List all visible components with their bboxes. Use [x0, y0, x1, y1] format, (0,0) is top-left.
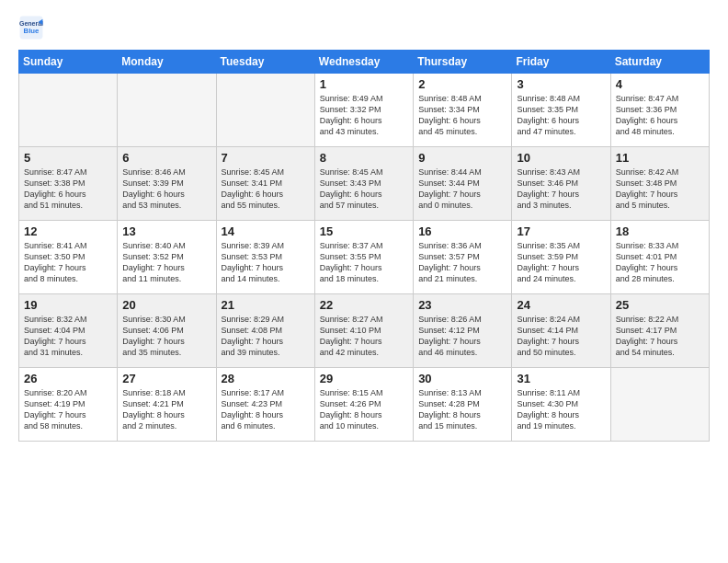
cell-sun-info: Sunrise: 8:40 AM Sunset: 3:52 PM Dayligh… — [122, 240, 210, 285]
calendar-cell: 18Sunrise: 8:33 AM Sunset: 4:01 PM Dayli… — [610, 221, 709, 294]
day-number: 9 — [418, 151, 506, 165]
calendar-cell: 25Sunrise: 8:22 AM Sunset: 4:17 PM Dayli… — [610, 294, 709, 368]
logo-icon: General Blue — [18, 15, 44, 40]
cell-sun-info: Sunrise: 8:33 AM Sunset: 4:01 PM Dayligh… — [616, 240, 704, 285]
cell-sun-info: Sunrise: 8:22 AM Sunset: 4:17 PM Dayligh… — [616, 314, 704, 359]
calendar-cell: 1Sunrise: 8:49 AM Sunset: 3:32 PM Daylig… — [314, 74, 413, 147]
day-number: 8 — [320, 151, 408, 165]
calendar-header-row: SundayMondayTuesdayWednesdayThursdayFrid… — [19, 51, 710, 74]
day-number: 25 — [616, 298, 704, 312]
calendar-cell: 11Sunrise: 8:42 AM Sunset: 3:48 PM Dayli… — [610, 147, 709, 221]
day-number: 30 — [418, 372, 506, 385]
day-number: 15 — [320, 224, 408, 238]
cell-sun-info: Sunrise: 8:30 AM Sunset: 4:06 PM Dayligh… — [122, 314, 210, 359]
weekday-header-friday: Friday — [512, 51, 610, 74]
day-number: 26 — [24, 372, 112, 385]
calendar-cell: 12Sunrise: 8:41 AM Sunset: 3:50 PM Dayli… — [19, 221, 118, 294]
cell-sun-info: Sunrise: 8:44 AM Sunset: 3:44 PM Dayligh… — [418, 167, 506, 212]
calendar-cell: 9Sunrise: 8:44 AM Sunset: 3:44 PM Daylig… — [414, 147, 512, 221]
day-number: 21 — [222, 298, 310, 312]
cell-sun-info: Sunrise: 8:49 AM Sunset: 3:32 PM Dayligh… — [320, 93, 408, 138]
day-number: 11 — [616, 151, 704, 165]
day-number: 6 — [122, 151, 210, 165]
day-number: 27 — [122, 372, 210, 385]
calendar-cell: 5Sunrise: 8:47 AM Sunset: 3:38 PM Daylig… — [19, 147, 118, 221]
day-number: 22 — [320, 298, 408, 312]
calendar-cell: 20Sunrise: 8:30 AM Sunset: 4:06 PM Dayli… — [118, 294, 216, 368]
header: General Blue — [18, 15, 710, 40]
cell-sun-info: Sunrise: 8:41 AM Sunset: 3:50 PM Dayligh… — [24, 240, 112, 285]
cell-sun-info: Sunrise: 8:35 AM Sunset: 3:59 PM Dayligh… — [517, 240, 605, 285]
weekday-header-saturday: Saturday — [610, 51, 709, 74]
cell-sun-info: Sunrise: 8:46 AM Sunset: 3:39 PM Dayligh… — [122, 167, 210, 212]
calendar-table: SundayMondayTuesdayWednesdayThursdayFrid… — [18, 50, 710, 442]
calendar-cell: 23Sunrise: 8:26 AM Sunset: 4:12 PM Dayli… — [414, 294, 512, 368]
calendar-cell: 13Sunrise: 8:40 AM Sunset: 3:52 PM Dayli… — [118, 221, 216, 294]
day-number: 10 — [517, 151, 605, 165]
weekday-header-thursday: Thursday — [414, 51, 512, 74]
calendar-week-row: 19Sunrise: 8:32 AM Sunset: 4:04 PM Dayli… — [19, 294, 710, 368]
logo: General Blue — [18, 15, 44, 40]
day-number: 4 — [616, 77, 704, 91]
cell-sun-info: Sunrise: 8:47 AM Sunset: 3:38 PM Dayligh… — [24, 167, 112, 212]
day-number: 5 — [24, 151, 112, 165]
weekday-header-wednesday: Wednesday — [314, 51, 413, 74]
calendar-cell: 8Sunrise: 8:45 AM Sunset: 3:43 PM Daylig… — [314, 147, 413, 221]
cell-sun-info: Sunrise: 8:20 AM Sunset: 4:19 PM Dayligh… — [24, 387, 112, 432]
cell-sun-info: Sunrise: 8:24 AM Sunset: 4:14 PM Dayligh… — [517, 314, 605, 359]
calendar-cell — [216, 74, 314, 147]
calendar-cell: 4Sunrise: 8:47 AM Sunset: 3:36 PM Daylig… — [610, 74, 709, 147]
cell-sun-info: Sunrise: 8:13 AM Sunset: 4:28 PM Dayligh… — [418, 387, 506, 432]
day-number: 13 — [122, 224, 210, 238]
calendar-week-row: 26Sunrise: 8:20 AM Sunset: 4:19 PM Dayli… — [19, 368, 710, 442]
day-number: 29 — [320, 372, 408, 385]
cell-sun-info: Sunrise: 8:27 AM Sunset: 4:10 PM Dayligh… — [320, 314, 408, 359]
day-number: 14 — [222, 224, 310, 238]
cell-sun-info: Sunrise: 8:45 AM Sunset: 3:41 PM Dayligh… — [222, 167, 310, 212]
calendar-week-row: 12Sunrise: 8:41 AM Sunset: 3:50 PM Dayli… — [19, 221, 710, 294]
calendar-cell — [19, 74, 118, 147]
day-number: 3 — [517, 77, 605, 91]
cell-sun-info: Sunrise: 8:29 AM Sunset: 4:08 PM Dayligh… — [222, 314, 310, 359]
calendar-cell: 2Sunrise: 8:48 AM Sunset: 3:34 PM Daylig… — [414, 74, 512, 147]
cell-sun-info: Sunrise: 8:15 AM Sunset: 4:26 PM Dayligh… — [320, 387, 408, 432]
day-number: 23 — [418, 298, 506, 312]
calendar-week-row: 1Sunrise: 8:49 AM Sunset: 3:32 PM Daylig… — [19, 74, 710, 147]
cell-sun-info: Sunrise: 8:39 AM Sunset: 3:53 PM Dayligh… — [222, 240, 310, 285]
cell-sun-info: Sunrise: 8:48 AM Sunset: 3:34 PM Dayligh… — [418, 93, 506, 138]
page-container: General Blue SundayMondayTuesdayWednesda… — [0, 0, 728, 451]
day-number: 31 — [517, 372, 605, 385]
calendar-cell: 19Sunrise: 8:32 AM Sunset: 4:04 PM Dayli… — [19, 294, 118, 368]
cell-sun-info: Sunrise: 8:17 AM Sunset: 4:23 PM Dayligh… — [222, 387, 310, 432]
svg-text:Blue: Blue — [24, 27, 40, 35]
calendar-cell: 22Sunrise: 8:27 AM Sunset: 4:10 PM Dayli… — [314, 294, 413, 368]
cell-sun-info: Sunrise: 8:45 AM Sunset: 3:43 PM Dayligh… — [320, 167, 408, 212]
calendar-cell: 27Sunrise: 8:18 AM Sunset: 4:21 PM Dayli… — [118, 368, 216, 442]
day-number: 24 — [517, 298, 605, 312]
calendar-week-row: 5Sunrise: 8:47 AM Sunset: 3:38 PM Daylig… — [19, 147, 710, 221]
calendar-cell — [118, 74, 216, 147]
weekday-header-monday: Monday — [118, 51, 216, 74]
day-number: 19 — [24, 298, 112, 312]
day-number: 12 — [24, 224, 112, 238]
cell-sun-info: Sunrise: 8:48 AM Sunset: 3:35 PM Dayligh… — [517, 93, 605, 138]
calendar-cell: 10Sunrise: 8:43 AM Sunset: 3:46 PM Dayli… — [512, 147, 610, 221]
calendar-cell — [610, 368, 709, 442]
calendar-cell: 29Sunrise: 8:15 AM Sunset: 4:26 PM Dayli… — [314, 368, 413, 442]
weekday-header-tuesday: Tuesday — [216, 51, 314, 74]
day-number: 17 — [517, 224, 605, 238]
cell-sun-info: Sunrise: 8:47 AM Sunset: 3:36 PM Dayligh… — [616, 93, 704, 138]
calendar-cell: 30Sunrise: 8:13 AM Sunset: 4:28 PM Dayli… — [414, 368, 512, 442]
cell-sun-info: Sunrise: 8:36 AM Sunset: 3:57 PM Dayligh… — [418, 240, 506, 285]
day-number: 28 — [222, 372, 310, 385]
calendar-cell: 16Sunrise: 8:36 AM Sunset: 3:57 PM Dayli… — [414, 221, 512, 294]
calendar-cell: 28Sunrise: 8:17 AM Sunset: 4:23 PM Dayli… — [216, 368, 314, 442]
calendar-cell: 14Sunrise: 8:39 AM Sunset: 3:53 PM Dayli… — [216, 221, 314, 294]
weekday-header-sunday: Sunday — [19, 51, 118, 74]
calendar-cell: 7Sunrise: 8:45 AM Sunset: 3:41 PM Daylig… — [216, 147, 314, 221]
day-number: 18 — [616, 224, 704, 238]
cell-sun-info: Sunrise: 8:32 AM Sunset: 4:04 PM Dayligh… — [24, 314, 112, 359]
cell-sun-info: Sunrise: 8:18 AM Sunset: 4:21 PM Dayligh… — [122, 387, 210, 432]
calendar-cell: 31Sunrise: 8:11 AM Sunset: 4:30 PM Dayli… — [512, 368, 610, 442]
calendar-cell: 6Sunrise: 8:46 AM Sunset: 3:39 PM Daylig… — [118, 147, 216, 221]
